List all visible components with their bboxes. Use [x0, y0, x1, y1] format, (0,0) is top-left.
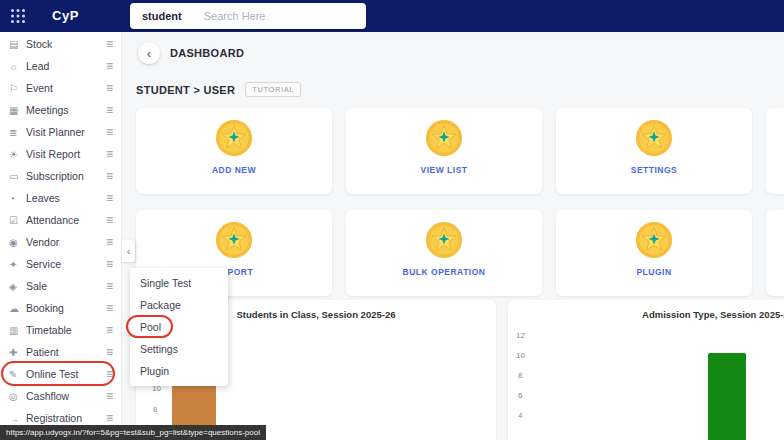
drag-handle-icon[interactable]: ≡: [106, 279, 113, 293]
sidebar-item-label: Patient: [26, 346, 106, 358]
drag-handle-icon[interactable]: ≡: [106, 235, 113, 249]
card-view-list[interactable]: VIEW LIST: [346, 108, 542, 194]
submenu-item-plugin[interactable]: Plugin: [130, 360, 228, 382]
visit-planner-icon: ≣: [9, 127, 26, 138]
back-button[interactable]: ‹: [138, 42, 160, 64]
drag-handle-icon[interactable]: ≡: [106, 103, 113, 117]
sidebar-item-label: Timetable: [26, 324, 106, 336]
online-test-icon: ✎: [9, 369, 26, 380]
drag-handle-icon[interactable]: ≡: [106, 411, 113, 425]
y-tick: 10: [516, 351, 525, 360]
search-input-placeholder: Search Here: [204, 10, 266, 22]
sidebar-item-lead[interactable]: ☼Lead≡: [0, 55, 121, 77]
card-bulk-operation[interactable]: BULK OPERATION: [346, 210, 542, 296]
sidebar-item-meetings[interactable]: ▦Meetings≡: [0, 99, 121, 121]
sidebar-item-service[interactable]: ✦Service≡: [0, 253, 121, 275]
search-input[interactable]: student Search Here: [130, 3, 366, 29]
submenu-item-pool[interactable]: Pool: [130, 316, 228, 338]
app-window: CyP student Search Here ▤Stock≡ ☼Lead≡ ⚐…: [0, 0, 784, 440]
star-badge-icon: [635, 221, 673, 259]
chart-title: Admission Type, Session 2025-26: [508, 300, 784, 320]
attendance-icon: ☑: [9, 215, 26, 226]
sidebar-item-visit-report[interactable]: ☀Visit Report≡: [0, 143, 121, 165]
card-partial[interactable]: [766, 108, 784, 194]
sidebar-item-subscription[interactable]: ▭Subscription≡: [0, 165, 121, 187]
star-badge-icon: [215, 119, 253, 157]
cards-row-1: ADD NEW VIEW LIST SETTINGS: [136, 108, 784, 194]
card-add-new[interactable]: ADD NEW: [136, 108, 332, 194]
search-category-tab[interactable]: student: [142, 10, 182, 22]
sidebar-item-visit-planner[interactable]: ≣Visit Planner≡: [0, 121, 121, 143]
submenu-item-package[interactable]: Package: [130, 294, 228, 316]
drag-handle-icon[interactable]: ≡: [106, 389, 113, 403]
app-logo[interactable]: CyP: [52, 8, 79, 23]
sidebar-item-label: Online Test: [26, 368, 106, 380]
top-header: CyP student Search Here: [0, 0, 784, 32]
cashflow-icon: ◎: [9, 391, 26, 402]
meetings-icon: ▦: [9, 105, 26, 116]
sidebar-item-label: Event: [26, 82, 106, 94]
sidebar-item-label: Leaves: [26, 192, 106, 204]
sidebar-item-stock[interactable]: ▤Stock≡: [0, 33, 121, 55]
tutorial-badge[interactable]: TUTORIAL: [245, 82, 301, 97]
star-badge-icon: [425, 119, 463, 157]
sidebar-item-label: Cashflow: [26, 390, 106, 402]
sidebar-item-label: Lead: [26, 60, 106, 72]
page-title: DASHBOARD: [170, 47, 244, 59]
sidebar-item-booking[interactable]: ☁Booking≡: [0, 297, 121, 319]
sidebar-item-label: Subscription: [26, 170, 106, 182]
drag-handle-icon[interactable]: ≡: [106, 257, 113, 271]
star-badge-icon: [425, 221, 463, 259]
registration-icon: →: [9, 413, 26, 424]
sidebar-item-label: Vendor: [26, 236, 106, 248]
drag-handle-icon[interactable]: ≡: [106, 147, 113, 161]
card-partial[interactable]: [766, 210, 784, 296]
sidebar-item-label: Service: [26, 258, 106, 270]
sidebar-item-patient[interactable]: ✚Patient≡: [0, 341, 121, 363]
sidebar-item-online-test[interactable]: ✎Online Test≡: [0, 363, 121, 385]
sidebar-item-cashflow[interactable]: ◎Cashflow≡: [0, 385, 121, 407]
timetable-icon: ▥: [9, 325, 26, 336]
drag-handle-icon[interactable]: ≡: [106, 345, 113, 359]
drag-handle-icon[interactable]: ≡: [106, 367, 113, 381]
drag-handle-icon[interactable]: ≡: [106, 81, 113, 95]
drag-handle-icon[interactable]: ≡: [106, 191, 113, 205]
sidebar-item-label: Visit Planner: [26, 126, 106, 138]
lead-icon: ☼: [9, 61, 26, 72]
sidebar-item-leaves[interactable]: ◔Leaves≡: [0, 187, 121, 209]
sale-icon: ◈: [9, 281, 26, 292]
sidebar-item-vendor[interactable]: ◉Vendor≡: [0, 231, 121, 253]
drag-handle-icon[interactable]: ≡: [106, 323, 113, 337]
card-label: VIEW LIST: [421, 165, 468, 175]
submenu-item-single-test[interactable]: Single Test: [130, 272, 228, 294]
drag-handle-icon[interactable]: ≡: [106, 37, 113, 51]
sidebar-collapse-button[interactable]: ‹: [122, 240, 135, 262]
sidebar-item-label: Stock: [26, 38, 106, 50]
star-badge-icon: [215, 221, 253, 259]
sidebar-item-timetable[interactable]: ▥Timetable≡: [0, 319, 121, 341]
sidebar-item-event[interactable]: ⚐Event≡: [0, 77, 121, 99]
drag-handle-icon[interactable]: ≡: [106, 125, 113, 139]
event-icon: ⚐: [9, 83, 26, 94]
card-plugin[interactable]: PLUGIN: [556, 210, 752, 296]
apps-grid-icon[interactable]: [10, 8, 26, 24]
drag-handle-icon[interactable]: ≡: [106, 169, 113, 183]
breadcrumb: STUDENT > USER: [136, 84, 235, 96]
card-settings[interactable]: SETTINGS: [556, 108, 752, 194]
sidebar-item-attendance[interactable]: ☑Attendance≡: [0, 209, 121, 231]
charts-row: Students in Class, Session 2025-26 10 8 …: [136, 300, 784, 440]
drag-handle-icon[interactable]: ≡: [106, 213, 113, 227]
drag-handle-icon[interactable]: ≡: [106, 59, 113, 73]
y-tick: 6: [518, 391, 522, 400]
y-tick: 8: [153, 405, 157, 414]
service-icon: ✦: [9, 259, 26, 270]
vendor-icon: ◉: [9, 237, 26, 248]
sidebar-item-label: Visit Report: [26, 148, 106, 160]
star-badge-icon: [635, 119, 673, 157]
y-tick: 8: [518, 371, 522, 380]
patient-icon: ✚: [9, 347, 26, 358]
submenu-item-settings[interactable]: Settings: [130, 338, 228, 360]
drag-handle-icon[interactable]: ≡: [106, 301, 113, 315]
admission-type-chart: Admission Type, Session 2025-26 12 10 8 …: [508, 300, 784, 440]
sidebar-item-sale[interactable]: ◈Sale≡: [0, 275, 121, 297]
